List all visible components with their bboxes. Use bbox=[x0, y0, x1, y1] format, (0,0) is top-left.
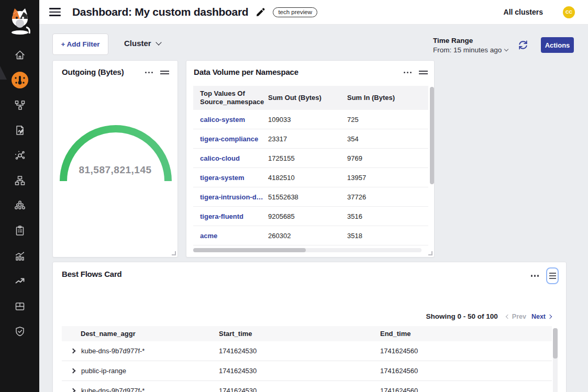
pagination: Showing 0 - 50 of 100 Prev Next bbox=[426, 312, 551, 320]
service-graph-icon bbox=[14, 99, 26, 111]
drag-handle-icon[interactable] bbox=[160, 69, 169, 76]
vertical-scrollbar[interactable] bbox=[553, 328, 558, 392]
card-title: Outgoing (Bytes) bbox=[62, 68, 124, 76]
end-time: 1741624560 bbox=[380, 387, 537, 392]
table-row: tigera-system 4182510 13957 bbox=[193, 168, 428, 187]
sidebar bbox=[0, 0, 39, 392]
actions-button[interactable]: Actions bbox=[541, 37, 574, 53]
drag-handle-icon[interactable] bbox=[419, 69, 428, 76]
edit-pencil-icon[interactable] bbox=[256, 7, 265, 17]
resize-handle[interactable] bbox=[428, 251, 432, 255]
column-header: Start_time bbox=[219, 330, 380, 338]
sum-out-value: 4182510 bbox=[268, 174, 347, 182]
time-range-value-dropdown[interactable]: From: 15 minutes ago bbox=[433, 46, 508, 54]
table-row: tigera-fluentd 9205685 3516 bbox=[193, 207, 428, 226]
table-row: kube-dns-9b7d977f-* 1741624530 174162456… bbox=[62, 341, 552, 361]
resize-handle[interactable] bbox=[172, 251, 176, 255]
chevron-down-icon bbox=[156, 39, 161, 45]
namespace-table: Top Values Of Source_namespace Sum Out (… bbox=[193, 86, 428, 245]
expand-chevron-icon[interactable] bbox=[71, 349, 76, 354]
trends-icon bbox=[14, 275, 26, 287]
time-range-label: Time Range bbox=[433, 37, 508, 44]
sidebar-item-workloads[interactable] bbox=[0, 196, 39, 215]
cluster-filter-label: Cluster bbox=[124, 39, 151, 48]
column-header: Sum In (Bytes) bbox=[347, 94, 415, 102]
namespace-link[interactable]: acme bbox=[193, 232, 268, 240]
namespace-link[interactable]: tigera-intrusion-d… bbox=[193, 193, 268, 201]
column-header: Sum Out (Bytes) bbox=[268, 94, 347, 102]
horizontal-scrollbar[interactable] bbox=[193, 248, 421, 252]
sidebar-item-security[interactable] bbox=[0, 322, 39, 341]
sum-out-value: 51552638 bbox=[268, 193, 347, 201]
sidebar-item-home[interactable] bbox=[0, 46, 39, 64]
namespace-link[interactable]: calico-cloud bbox=[193, 154, 268, 162]
sum-in-value: 3518 bbox=[347, 232, 415, 240]
time-range-value: From: 15 minutes ago bbox=[433, 46, 502, 54]
dest-name: kube-dns-9b7d977f-* bbox=[81, 387, 145, 392]
expand-chevron-icon[interactable] bbox=[71, 388, 76, 392]
drag-handle-icon-focused[interactable] bbox=[546, 267, 559, 284]
end-time: 1741624560 bbox=[380, 367, 537, 375]
prev-label: Prev bbox=[512, 313, 526, 320]
menu-icon[interactable] bbox=[49, 6, 61, 18]
sidebar-item-statistics[interactable] bbox=[0, 247, 39, 265]
flows-table: Dest_name_aggr Start_time End_time kube-… bbox=[62, 326, 552, 392]
page-title: Dashboard: My custom dashboard bbox=[72, 6, 248, 18]
prev-button[interactable]: Prev bbox=[506, 313, 526, 320]
table-row: acme 260302 3518 bbox=[193, 226, 428, 245]
sum-out-value: 109033 bbox=[268, 116, 347, 124]
sum-in-value: 9769 bbox=[347, 154, 415, 162]
table-row: tigera-intrusion-d… 51552638 37726 bbox=[193, 187, 428, 207]
sidebar-item-sitemap[interactable] bbox=[0, 171, 39, 190]
sidebar-item-policies[interactable] bbox=[0, 121, 39, 140]
dest-name: public-ip-range bbox=[81, 367, 126, 375]
sidebar-item-compliance[interactable] bbox=[0, 221, 39, 240]
sitemap-icon bbox=[14, 175, 26, 186]
sum-in-value: 13957 bbox=[347, 174, 415, 182]
sum-in-value: 354 bbox=[347, 135, 415, 143]
sidebar-item-inventory[interactable] bbox=[0, 297, 39, 316]
statistics-icon bbox=[14, 250, 26, 262]
best-flows-card: Best Flows Card Showing 0 - 50 of 100 Pr… bbox=[52, 262, 567, 392]
namespace-link[interactable]: tigera-compliance bbox=[193, 135, 268, 143]
sum-in-value: 3516 bbox=[347, 212, 415, 220]
calico-cat-logo[interactable] bbox=[7, 6, 32, 36]
table-row: public-ip-range 1741624530 1741624560 bbox=[62, 361, 552, 381]
tech-preview-badge: tech preview bbox=[273, 7, 317, 17]
sidebar-item-service-graph[interactable] bbox=[0, 96, 39, 115]
user-avatar[interactable]: CC bbox=[563, 6, 575, 18]
top-header: Dashboard: My custom dashboard tech prev… bbox=[39, 0, 588, 25]
namespace-link[interactable]: calico-system bbox=[193, 116, 268, 124]
add-filter-button[interactable]: + Add Filter bbox=[52, 33, 108, 55]
chevron-right-icon bbox=[548, 314, 552, 318]
chevron-down-icon bbox=[504, 47, 508, 51]
namespace-link[interactable]: tigera-fluentd bbox=[193, 212, 268, 220]
gauge-value: 81,587,821,145 bbox=[53, 164, 177, 176]
home-icon bbox=[14, 49, 26, 61]
more-icon[interactable] bbox=[404, 70, 412, 75]
workloads-icon bbox=[14, 200, 26, 211]
refresh-icon[interactable] bbox=[517, 39, 529, 51]
sidebar-item-dashboard[interactable] bbox=[0, 71, 39, 89]
sidebar-item-network[interactable] bbox=[0, 146, 39, 165]
sidebar-item-trends[interactable] bbox=[0, 272, 39, 290]
card-title: Best Flows Card bbox=[62, 270, 122, 278]
expand-chevron-icon[interactable] bbox=[71, 368, 76, 374]
policies-icon bbox=[14, 125, 26, 136]
column-header: Top Values Of Source_namespace bbox=[193, 89, 268, 106]
dashboard-icon bbox=[10, 71, 29, 89]
table-header-row: Dest_name_aggr Start_time End_time bbox=[62, 326, 552, 341]
next-button[interactable]: Next bbox=[531, 313, 551, 320]
sum-out-value: 23317 bbox=[268, 135, 347, 143]
more-icon[interactable] bbox=[145, 70, 153, 75]
chevron-left-icon bbox=[506, 314, 510, 318]
more-icon[interactable] bbox=[531, 273, 539, 278]
vertical-scrollbar[interactable] bbox=[430, 87, 434, 243]
security-icon bbox=[14, 326, 26, 337]
column-header: End_time bbox=[380, 330, 537, 338]
namespace-link[interactable]: tigera-system bbox=[193, 174, 268, 182]
cluster-filter-dropdown[interactable]: Cluster bbox=[124, 39, 161, 48]
cluster-selector[interactable]: All clusters bbox=[504, 8, 543, 16]
time-range: Time Range From: 15 minutes ago bbox=[433, 37, 508, 54]
compliance-icon bbox=[14, 225, 26, 237]
